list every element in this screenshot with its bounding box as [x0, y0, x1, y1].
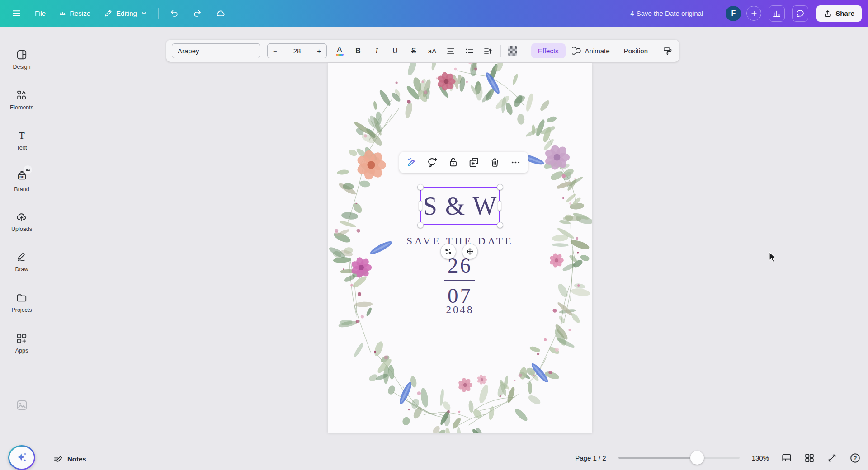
animate-button[interactable]: Animate [572, 46, 610, 56]
comment-bubble-icon [796, 9, 805, 18]
font-size-increase-button[interactable]: + [317, 47, 321, 55]
magic-edit-icon[interactable] [406, 157, 417, 168]
zoom-level[interactable]: 130% [752, 454, 769, 462]
premium-crown-badge [24, 165, 32, 174]
svg-text:T: T [19, 130, 24, 141]
main-menu-button[interactable] [6, 5, 27, 22]
topbar-divider [158, 8, 159, 19]
more-options-icon[interactable] [510, 157, 521, 168]
zoom-slider[interactable] [618, 451, 740, 465]
mouse-cursor [769, 252, 778, 263]
share-upload-icon [824, 9, 832, 18]
subtitle-text[interactable]: SAVE THE DATE [328, 235, 592, 247]
selection-handle-ne[interactable] [497, 184, 503, 190]
font-size-value[interactable]: 28 [293, 47, 301, 55]
underline-button[interactable]: U [389, 44, 401, 58]
bold-button[interactable]: B [352, 44, 364, 58]
avatar[interactable]: F [726, 6, 741, 21]
sidebar-divider [8, 376, 36, 376]
redo-icon [193, 9, 202, 18]
cloud-save-status-button[interactable] [210, 5, 231, 23]
comments-button[interactable] [792, 5, 808, 22]
move-handle[interactable] [462, 244, 478, 259]
zoom-slider-thumb[interactable] [690, 451, 704, 465]
document-title[interactable]: 4-Save the Date original [630, 9, 703, 17]
strikethrough-button[interactable]: S [408, 44, 420, 58]
unlock-icon[interactable] [448, 157, 459, 168]
bar-chart-icon [772, 9, 781, 18]
undo-button[interactable] [164, 5, 184, 22]
text-toolbar: Arapey − 28 + A B I U S aA Effects Anima… [166, 40, 679, 62]
text-color-button[interactable]: A [334, 44, 345, 58]
duplicate-icon[interactable] [468, 157, 480, 168]
animate-icon [572, 46, 582, 56]
svg-text:co: co [19, 174, 24, 179]
text-align-button[interactable] [445, 44, 457, 58]
bullet-list-button[interactable] [463, 44, 475, 58]
letter-case-button[interactable]: aA [426, 44, 438, 58]
image-placeholder-icon[interactable] [16, 399, 28, 413]
toolbar-divider [617, 45, 617, 57]
zoom-slider-track-filled [618, 457, 697, 459]
upload-cloud-icon [16, 211, 28, 223]
spacing-icon [483, 47, 492, 56]
selection-box [420, 187, 500, 225]
help-icon: ? [849, 452, 861, 464]
selection-handle-sw[interactable] [417, 222, 424, 228]
sidebar-item-brand[interactable]: co Brand [2, 168, 41, 194]
sidebar-item-elements[interactable]: Elements [2, 87, 41, 113]
editing-mode-dropdown[interactable]: Editing [99, 5, 153, 22]
add-comment-icon[interactable] [427, 157, 438, 168]
day-text[interactable]: 26 [328, 253, 592, 277]
design-page[interactable]: SAVE THE DATE 26 07 2048 S & W [328, 63, 592, 433]
sidebar-item-text[interactable]: T Text [2, 127, 41, 153]
grid-view-icon [804, 453, 815, 463]
date-divider-line[interactable] [444, 280, 475, 281]
delete-trash-icon[interactable] [489, 157, 500, 168]
selection-handle-se[interactable] [497, 222, 503, 228]
floral-wreath-illustration[interactable] [328, 63, 592, 433]
sparkle-icon [15, 451, 28, 464]
help-button[interactable]: ? [849, 452, 861, 464]
folder-icon [16, 292, 28, 304]
line-spacing-button[interactable] [482, 44, 494, 58]
selection-handle-nw[interactable] [417, 184, 424, 190]
redo-button[interactable] [187, 5, 208, 22]
rotate-handle[interactable] [440, 244, 456, 259]
font-size-decrease-button[interactable]: − [273, 47, 277, 55]
selection-handle-e[interactable] [498, 201, 501, 211]
sidebar-item-projects[interactable]: Projects [2, 290, 41, 315]
magic-ai-button[interactable] [8, 445, 35, 470]
top-bar: File Resize Editing 4-Save the Date orig… [0, 0, 868, 27]
year-text[interactable]: 2048 [328, 304, 592, 316]
sidebar-item-uploads[interactable]: Uploads [2, 209, 41, 235]
sidebar-item-apps[interactable]: Apps [2, 330, 41, 356]
add-member-button[interactable] [746, 6, 761, 21]
file-menu-button[interactable]: File [29, 5, 51, 21]
plus-icon [750, 9, 758, 18]
align-center-icon [446, 47, 455, 56]
pencil-icon [104, 9, 113, 18]
pages-view-button[interactable] [781, 452, 792, 463]
font-family-selector[interactable]: Arapey [172, 43, 260, 58]
insights-button[interactable] [769, 5, 785, 22]
format-paint-button[interactable] [662, 44, 674, 58]
rotate-icon [444, 247, 453, 256]
elements-shapes-icon [16, 89, 28, 101]
hamburger-icon [12, 9, 21, 18]
transparency-button[interactable] [508, 46, 517, 56]
selection-handle-w[interactable] [419, 201, 422, 211]
undo-icon [170, 9, 179, 18]
notes-button[interactable]: Notes [53, 454, 86, 464]
fullscreen-button[interactable] [827, 453, 837, 463]
position-button[interactable]: Position [624, 47, 648, 55]
italic-button[interactable]: I [371, 44, 382, 58]
sidebar-item-draw[interactable]: Draw [2, 249, 41, 275]
grid-view-button[interactable] [804, 453, 815, 463]
list-icon [465, 47, 474, 56]
effects-button[interactable]: Effects [531, 43, 566, 58]
toolbar-divider [655, 45, 655, 57]
share-button[interactable]: Share [816, 5, 862, 22]
sidebar-item-design[interactable]: Design [2, 47, 41, 72]
resize-button[interactable]: Resize [54, 5, 96, 21]
